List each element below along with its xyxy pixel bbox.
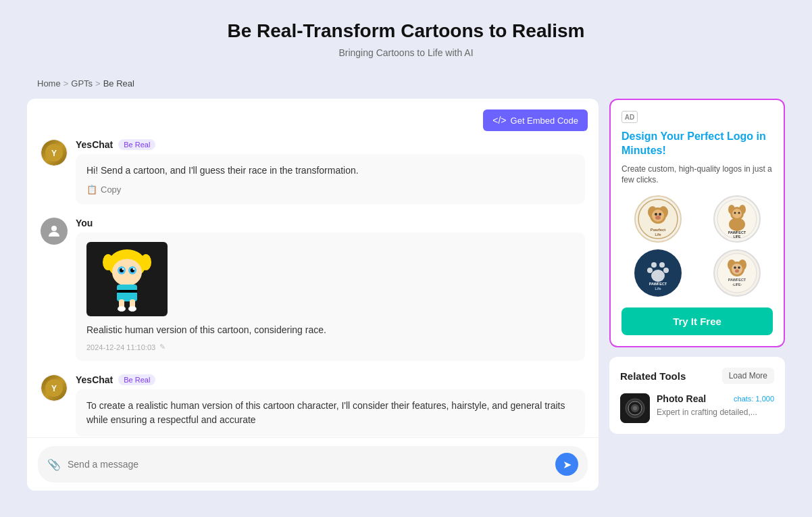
edit-icon[interactable]: ✎ — [159, 343, 166, 351]
svg-point-37 — [732, 209, 742, 218]
svg-point-46 — [663, 268, 669, 273]
tool-avatar — [620, 393, 650, 423]
svg-point-17 — [118, 306, 126, 312]
timestamp-text: 2024-12-24 11:10:03 — [86, 343, 155, 351]
svg-rect-14 — [117, 285, 137, 301]
yeschat-logo-icon: Y — [45, 143, 64, 162]
attach-button[interactable]: 📎 — [47, 458, 61, 471]
svg-text:LIFE: LIFE — [733, 235, 740, 239]
yeschat-avatar-img2: Y — [41, 375, 67, 401]
logo-3: PAWFECT Life — [634, 249, 682, 297]
svg-point-45 — [647, 268, 653, 273]
svg-point-64 — [633, 406, 637, 410]
message3-bubble: To create a realistic human version of t… — [76, 389, 585, 437]
svg-point-56 — [738, 266, 740, 269]
breadcrumb-sep2: > — [95, 78, 101, 89]
message3-text: To create a realistic human version of t… — [86, 399, 574, 427]
tool-name-row: Photo Real chats: 1,000 — [657, 393, 774, 404]
svg-point-55 — [734, 266, 736, 269]
svg-point-12 — [122, 268, 124, 270]
message-timestamp: 2024-12-24 11:10:03 ✎ — [86, 343, 574, 351]
message1-badge: Be Real — [118, 139, 155, 150]
right-panel: AD Design Your Perfect Logo in Minutes! … — [609, 99, 785, 434]
breadcrumb-current: Be Real — [103, 78, 134, 89]
svg-rect-19 — [117, 290, 137, 293]
avatar-user — [41, 218, 68, 245]
logo-item-2: PAWFECT LIFE — [701, 195, 773, 243]
svg-text:Pawfect: Pawfect — [650, 228, 665, 232]
user-message-text: Realistic human version of this cartoon,… — [86, 323, 574, 337]
load-more-button[interactable]: Load More — [722, 368, 774, 384]
page-title: Be Real-Transform Cartoons to Realism — [14, 20, 798, 42]
try-free-button[interactable]: Try It Free — [621, 307, 773, 335]
user-sender-name: You — [76, 218, 93, 228]
logo4-svg: PAWFECT -LIFE- — [717, 253, 757, 293]
send-button[interactable]: ➤ — [555, 453, 578, 476]
logo-item-1: Pawfect Life — [621, 195, 694, 243]
ad-card: AD Design Your Perfect Logo in Minutes! … — [609, 99, 785, 347]
svg-point-18 — [128, 306, 136, 312]
message3-row: Y YesChat Be Real To create a realistic … — [41, 374, 585, 437]
svg-point-13 — [133, 268, 135, 270]
send-icon: ➤ — [563, 458, 572, 471]
message1-sender: YesChat — [76, 139, 113, 150]
svg-text:Y: Y — [51, 384, 57, 393]
chat-input[interactable] — [68, 459, 549, 470]
breadcrumb-sep1: > — [64, 78, 69, 89]
copy-button[interactable]: 📋 Copy — [86, 184, 121, 195]
message1-content: YesChat Be Real Hi! Send a cartoon, and … — [76, 139, 585, 204]
page-header: Be Real-Transform Cartoons to Realism Br… — [0, 0, 812, 72]
svg-point-28 — [659, 213, 661, 216]
logo1-svg: Pawfect Life — [638, 199, 678, 239]
svg-point-27 — [655, 213, 657, 216]
message3-content: YesChat Be Real To create a realistic hu… — [76, 374, 585, 437]
svg-text:PAWFECT: PAWFECT — [728, 278, 746, 282]
svg-point-43 — [651, 262, 657, 268]
ad-title: Design Your Perfect Logo in Minutes! — [621, 130, 773, 158]
svg-point-29 — [655, 216, 661, 220]
logo3-svg: PAWFECT Life — [638, 253, 678, 293]
powerpuff-svg — [93, 245, 161, 313]
svg-text:Life: Life — [655, 232, 661, 237]
tool-chats: chats: 1,000 — [734, 395, 774, 403]
cartoon-image — [86, 242, 168, 316]
message3-badge: Be Real — [118, 374, 155, 385]
svg-text:Y: Y — [51, 149, 57, 158]
embed-code-button[interactable]: </> Get Embed Code — [483, 109, 588, 131]
chat-input-area: 📎 ➤ — [27, 437, 599, 491]
main-layout: </> Get Embed Code Y YesChat — [0, 99, 812, 504]
svg-point-2 — [51, 226, 57, 231]
breadcrumb-gpts[interactable]: GPTs — [71, 78, 93, 89]
user-avatar-icon — [46, 223, 62, 239]
svg-point-5 — [103, 254, 113, 270]
svg-text:Life: Life — [655, 287, 661, 291]
related-title: Related Tools — [620, 370, 686, 382]
breadcrumb-home[interactable]: Home — [37, 78, 61, 89]
chat-messages: Y YesChat Be Real Hi! Send a cartoon, an… — [27, 99, 599, 491]
svg-point-38 — [734, 212, 736, 214]
message3-header: YesChat Be Real — [76, 374, 585, 385]
user-message-row: You — [41, 218, 585, 361]
avatar-yeschat: Y — [41, 139, 68, 166]
message1-bubble: Hi! Send a cartoon, and I'll guess their… — [76, 154, 585, 204]
tool-item: Photo Real chats: 1,000 Expert in crafti… — [620, 393, 774, 423]
logo-grid: Pawfect Life — [621, 195, 773, 297]
svg-point-6 — [141, 254, 151, 270]
svg-point-7 — [112, 259, 142, 286]
page-subtitle: Bringing Cartoons to Life with AI — [14, 47, 798, 58]
svg-text:PAWFECT: PAWFECT — [649, 282, 667, 286]
avatar-yeschat2: Y — [41, 374, 68, 401]
embed-btn-label: Get Embed Code — [511, 116, 578, 126]
user-message-content: You — [76, 218, 585, 361]
svg-point-44 — [659, 262, 665, 268]
svg-text:-LIFE-: -LIFE- — [732, 282, 741, 287]
breadcrumb: Home > GPTs > Be Real — [0, 72, 812, 99]
logo-4: PAWFECT -LIFE- — [713, 249, 761, 297]
svg-point-57 — [735, 270, 739, 273]
yeschat-logo-icon2: Y — [45, 378, 64, 397]
tool-name: Photo Real — [657, 393, 706, 404]
message-row: Y YesChat Be Real Hi! Send a cartoon, an… — [41, 139, 585, 204]
chat-panel: </> Get Embed Code Y YesChat — [27, 99, 599, 491]
tool-description: Expert in crafting detailed,... — [657, 407, 774, 418]
tool-info: Photo Real chats: 1,000 Expert in crafti… — [657, 393, 774, 418]
